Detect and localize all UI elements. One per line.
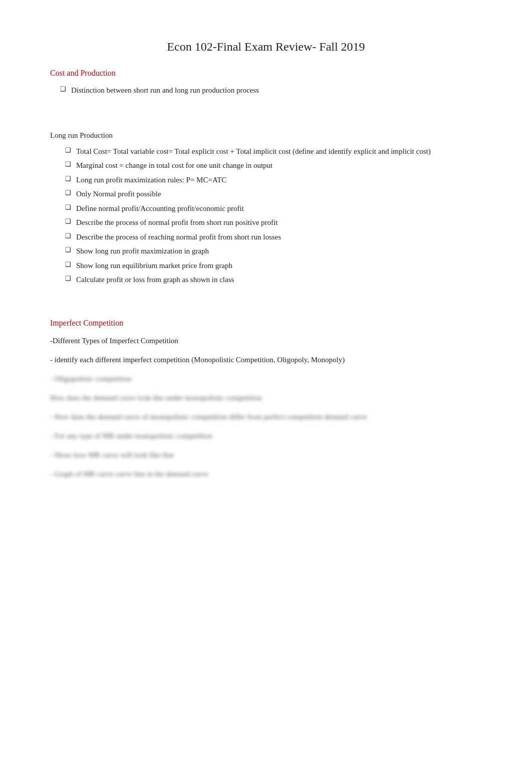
bullet-text-0: Total Cost= Total variable cost= Total e… bbox=[76, 146, 431, 157]
bullet-symbol: ❑ bbox=[65, 189, 71, 197]
bullet-symbol: ❑ bbox=[65, 160, 71, 168]
subsection-title: Long run Production bbox=[50, 131, 482, 140]
imperfect-paragraph1: -Different Types of Imperfect Competitio… bbox=[50, 335, 482, 347]
bullet-text-3: Only Normal profit possible bbox=[76, 188, 161, 200]
imperfect-paragraph2: - identify each different imperfect comp… bbox=[50, 354, 482, 366]
long-run-bullet-item: ❑ Total Cost= Total variable cost= Total… bbox=[55, 146, 482, 157]
long-run-bullet-item: ❑ Show long run equilibrium market price… bbox=[55, 260, 482, 272]
bullet-symbol: ❑ bbox=[65, 232, 71, 240]
blurred-line-2: - How does the demand curve of monopolis… bbox=[50, 411, 482, 423]
long-run-bullet-item: ❑ Show long run profit maximization in g… bbox=[55, 245, 482, 257]
long-run-bullet-item: ❑ Describe the process of reaching norma… bbox=[55, 231, 482, 243]
long-run-bullet-item: ❑ Only Normal profit possible bbox=[55, 188, 482, 200]
long-run-bullet-item: ❑ Long run profit maximization rules: P=… bbox=[55, 174, 482, 186]
long-run-bullet-item: ❑ Describe the process of normal profit … bbox=[55, 217, 482, 228]
bullet-text-4: Define normal profit/Accounting profit/e… bbox=[76, 203, 244, 214]
blurred-line-1: How does the demand curve look like unde… bbox=[50, 392, 482, 404]
bullet-symbol: ❑ bbox=[65, 275, 71, 283]
long-run-bullet-item: ❑ Calculate profit or loss from graph as… bbox=[55, 274, 482, 286]
bullet-text-9: Calculate profit or loss from graph as s… bbox=[76, 274, 234, 286]
section-imperfect-competition: Imperfect Competition -Different Types o… bbox=[50, 319, 482, 480]
bullet-text-7: Show long run profit maximization in gra… bbox=[76, 245, 209, 257]
blurred-line-3: - For any type of MR under monopolistic … bbox=[50, 430, 482, 442]
section2-heading: Imperfect Competition bbox=[50, 319, 482, 328]
blurred-line-5: - Graph of MR curve curve line in the de… bbox=[50, 468, 482, 480]
section-long-run-production: Long run Production ❑ Total Cost= Total … bbox=[50, 131, 482, 286]
bullet-text-8: Show long run equilibrium market price f… bbox=[76, 260, 232, 272]
intro-bullet-text: Distinction between short run and long r… bbox=[71, 85, 259, 96]
section-cost-production: Cost and Production ❑ Distinction betwee… bbox=[50, 69, 482, 96]
bullet-symbol: ❑ bbox=[65, 175, 71, 183]
bullet-symbol: ❑ bbox=[65, 146, 71, 154]
bullet-text-5: Describe the process of normal profit fr… bbox=[76, 217, 278, 228]
blurred-line-0: - Oligopolistic competition bbox=[50, 373, 482, 385]
intro-bullet-item: ❑ Distinction between short run and long… bbox=[50, 85, 482, 96]
long-run-bullets: ❑ Total Cost= Total variable cost= Total… bbox=[50, 146, 482, 286]
long-run-bullet-item: ❑ Marginal cost = change in total cost f… bbox=[55, 160, 482, 171]
bullet-symbol: ❑ bbox=[60, 85, 66, 93]
bullet-symbol: ❑ bbox=[65, 203, 71, 211]
blurred-content: - Oligopolistic competitionHow does the … bbox=[50, 373, 482, 480]
long-run-bullet-item: ❑ Define normal profit/Accounting profit… bbox=[55, 203, 482, 214]
bullet-symbol: ❑ bbox=[65, 246, 71, 254]
bullet-text-2: Long run profit maximization rules: P= M… bbox=[76, 174, 226, 186]
bullet-text-1: Marginal cost = change in total cost for… bbox=[76, 160, 273, 171]
bullet-symbol: ❑ bbox=[65, 217, 71, 225]
section1-heading: Cost and Production bbox=[50, 69, 482, 78]
bullet-text-6: Describe the process of reaching normal … bbox=[76, 231, 281, 243]
bullet-symbol: ❑ bbox=[65, 260, 71, 269]
page-title: Econ 102-Final Exam Review- Fall 2019 bbox=[50, 40, 482, 54]
blurred-line-4: - Show how MR curve will look like that bbox=[50, 449, 482, 461]
